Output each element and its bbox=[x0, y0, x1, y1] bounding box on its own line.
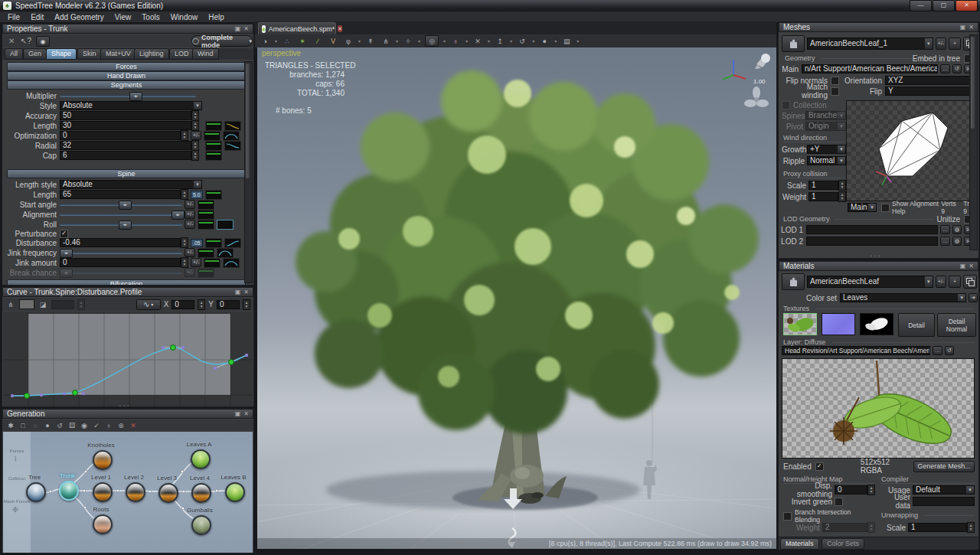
generator-add-icon[interactable] bbox=[5, 422, 16, 429]
curve-plot[interactable] bbox=[3, 312, 253, 406]
lod2-field[interactable] bbox=[806, 237, 938, 246]
lock-icon[interactable] bbox=[103, 422, 114, 429]
spine-length-profile-thumb[interactable] bbox=[205, 190, 222, 200]
spine-length-field[interactable]: 65 bbox=[60, 190, 181, 199]
tab-gen[interactable]: Gen bbox=[23, 48, 47, 60]
menu-file[interactable]: File bbox=[8, 13, 20, 21]
jink-amount-field[interactable]: 0 bbox=[60, 258, 181, 267]
menu-window[interactable]: Window bbox=[171, 13, 198, 21]
close-panel-icon[interactable] bbox=[969, 263, 974, 269]
normal-texture-thumb[interactable] bbox=[822, 313, 855, 335]
section-forces[interactable]: Forces bbox=[7, 62, 246, 71]
cap-profile-thumb[interactable] bbox=[205, 151, 222, 161]
visibility-icon[interactable] bbox=[79, 422, 90, 429]
up-vector-icon[interactable] bbox=[365, 38, 376, 45]
splitter-grip[interactable] bbox=[871, 250, 880, 259]
texture-path-field[interactable]: Head Revision/Art Support/American Beech… bbox=[782, 346, 930, 355]
chevron-down-icon[interactable] bbox=[488, 38, 490, 44]
chevron-down-icon[interactable] bbox=[510, 38, 512, 44]
chevron-down-icon[interactable] bbox=[443, 38, 446, 44]
float-panel-icon[interactable] bbox=[235, 410, 241, 417]
maximize-button[interactable] bbox=[933, 0, 955, 11]
chevron-down-icon[interactable] bbox=[466, 38, 468, 44]
style-dropdown[interactable]: Absolute bbox=[60, 101, 202, 110]
usage-dropdown[interactable]: Default bbox=[913, 485, 975, 495]
selection-highlight-icon[interactable] bbox=[425, 35, 439, 47]
camera-label[interactable]: perspective bbox=[262, 49, 301, 57]
close-button[interactable] bbox=[956, 0, 978, 11]
menu-edit[interactable]: Edit bbox=[31, 13, 44, 21]
chevron-down-icon[interactable] bbox=[577, 38, 579, 44]
detail-normal-texture-button[interactable]: Detail Normal bbox=[937, 313, 976, 337]
ripple-dropdown[interactable]: Normal bbox=[807, 156, 846, 165]
settings-icon[interactable] bbox=[116, 422, 126, 429]
node-leaves-a[interactable] bbox=[191, 449, 211, 469]
start-angle-variance-button[interactable] bbox=[185, 200, 195, 209]
node-gumballs[interactable] bbox=[191, 515, 211, 535]
recompute-icon[interactable] bbox=[54, 422, 65, 429]
jink-frequency-profile-thumb[interactable] bbox=[198, 248, 214, 258]
cap-spinner[interactable] bbox=[191, 150, 199, 161]
spine-length-badge[interactable]: 5.0 bbox=[191, 191, 203, 199]
jink-amount-curve-thumb[interactable] bbox=[223, 258, 240, 268]
menu-tools[interactable]: Tools bbox=[142, 13, 159, 21]
roll-profile-thumb[interactable] bbox=[198, 220, 214, 230]
roll-variance-button[interactable] bbox=[185, 220, 195, 229]
hand-tool-button[interactable] bbox=[782, 273, 805, 290]
jink-frequency-curve-thumb[interactable] bbox=[217, 248, 234, 258]
jink-amount-profile-thumb[interactable] bbox=[204, 258, 220, 268]
gravity-icon[interactable] bbox=[450, 38, 461, 45]
node-level3[interactable] bbox=[158, 483, 178, 503]
optimization-curve-thumb[interactable] bbox=[223, 131, 240, 141]
mesh-slot-icon[interactable] bbox=[952, 237, 962, 246]
eye-icon[interactable] bbox=[36, 36, 50, 47]
curve-tree-icon[interactable] bbox=[5, 301, 16, 309]
tab-lighting[interactable]: Lighting bbox=[134, 48, 169, 60]
disp-smoothing-spinner[interactable] bbox=[867, 485, 875, 495]
alignment-profile-thumb[interactable] bbox=[198, 210, 214, 220]
tab-all[interactable]: All bbox=[5, 48, 23, 60]
alignment-slider[interactable] bbox=[60, 214, 182, 216]
tab-lod[interactable]: LOD bbox=[169, 48, 194, 60]
tab-wind[interactable]: Wind bbox=[192, 48, 219, 60]
jink-frequency-slider[interactable] bbox=[60, 252, 182, 254]
accuracy-spinner[interactable] bbox=[191, 110, 199, 121]
float-panel-icon[interactable] bbox=[235, 25, 241, 32]
perturbance-checkbox[interactable] bbox=[60, 230, 68, 238]
reload-button[interactable] bbox=[952, 64, 962, 73]
radial-field[interactable]: 32 bbox=[60, 141, 191, 150]
node-level1[interactable] bbox=[93, 482, 113, 502]
material-dropdown[interactable]: AmericanBeechLeaf bbox=[807, 276, 933, 288]
optimization-field[interactable]: 0 bbox=[60, 131, 181, 140]
disturbance-field[interactable]: -0.46 bbox=[60, 238, 181, 247]
collection-checkbox[interactable] bbox=[782, 101, 790, 109]
float-panel-icon[interactable] bbox=[960, 263, 966, 269]
chevron-down-icon[interactable] bbox=[554, 38, 557, 44]
disturbance-spinner[interactable] bbox=[181, 237, 188, 248]
close-panel-icon[interactable] bbox=[969, 24, 974, 31]
flip-normals-checkbox[interactable] bbox=[831, 77, 839, 85]
render-mode-icon[interactable] bbox=[260, 38, 270, 45]
document-tab[interactable]: AmericanBeech.spm* bbox=[258, 22, 336, 34]
blade-display-icon[interactable] bbox=[312, 38, 323, 45]
section-spine[interactable]: Spine bbox=[7, 169, 246, 178]
color-set-dropdown[interactable]: Leaves bbox=[840, 293, 966, 302]
select-mode-icon[interactable] bbox=[30, 422, 41, 429]
chevron-down-icon[interactable] bbox=[358, 38, 361, 44]
curve-preset-button[interactable] bbox=[136, 299, 161, 310]
texture-preview[interactable] bbox=[782, 358, 975, 459]
optimization-profile-thumb[interactable] bbox=[204, 131, 220, 141]
close-panel-icon[interactable] bbox=[243, 25, 249, 32]
jink-frequency-variance-button[interactable] bbox=[185, 248, 195, 257]
show-alignment-checkbox[interactable] bbox=[881, 204, 890, 212]
curve-y-field[interactable]: 0 bbox=[217, 300, 240, 309]
bones-display-icon[interactable] bbox=[403, 38, 413, 45]
node-roots[interactable] bbox=[93, 514, 113, 534]
tab-skin[interactable]: Skin bbox=[77, 48, 102, 60]
roll-slider[interactable] bbox=[60, 224, 182, 226]
preview-lod-dropdown[interactable]: Main bbox=[848, 203, 877, 212]
unwrap-scale-spinner[interactable] bbox=[967, 522, 975, 533]
alignment-variance-button[interactable] bbox=[185, 210, 195, 219]
float-panel-icon[interactable] bbox=[235, 289, 241, 295]
chevron-down-icon[interactable] bbox=[532, 38, 534, 44]
